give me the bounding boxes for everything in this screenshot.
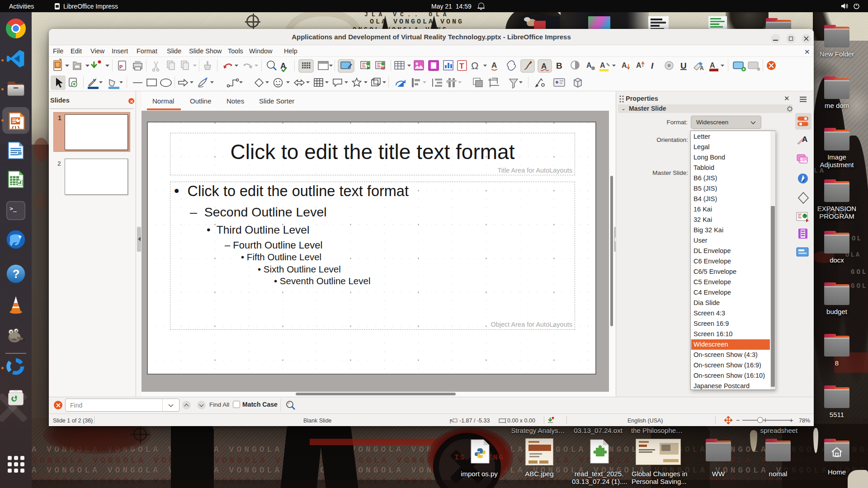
svg-text:U: U	[680, 61, 687, 70]
svg-text:A: A	[600, 61, 605, 69]
svg-text:>_: >_	[9, 205, 17, 212]
svg-text:A: A	[802, 135, 807, 144]
svg-text:A: A	[700, 65, 704, 71]
svg-text:A: A	[491, 61, 497, 70]
svg-text:A: A	[710, 61, 715, 69]
svg-text:B: B	[556, 61, 562, 70]
svg-text:T: T	[459, 62, 464, 70]
svg-text:Ω: Ω	[471, 60, 478, 71]
svg-text:?: ?	[13, 267, 20, 280]
svg-text:A: A	[622, 61, 627, 69]
svg-text:I: I	[651, 61, 654, 70]
svg-text:P: P	[119, 64, 123, 70]
svg-text:A: A	[541, 62, 547, 70]
svg-text:A: A	[636, 61, 642, 69]
svg-text:A: A	[586, 61, 592, 69]
